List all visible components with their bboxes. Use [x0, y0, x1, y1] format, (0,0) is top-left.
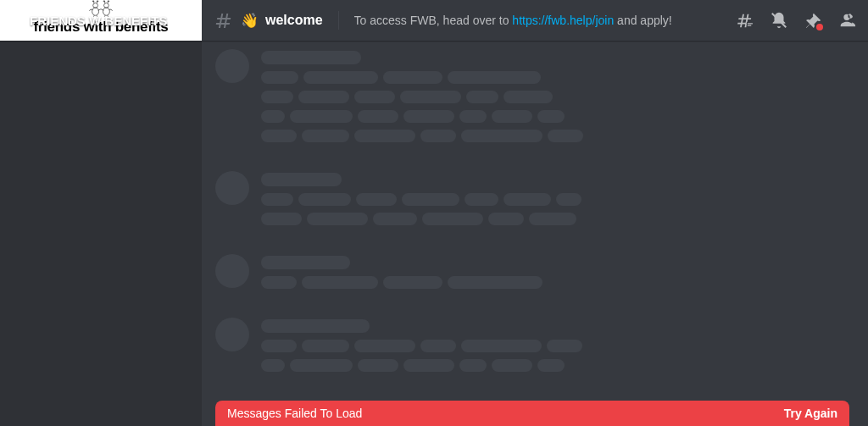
threads-icon[interactable]: [736, 11, 754, 30]
svg-rect-19: [748, 25, 752, 26]
notification-muted-icon[interactable]: [770, 11, 788, 30]
server-boost-icon: [12, 14, 25, 27]
svg-rect-18: [748, 23, 753, 24]
chevron-down-icon[interactable]: [176, 14, 190, 27]
svg-rect-17: [747, 22, 754, 27]
chat-header: 👋 welcome To access FWB, head over to ht…: [202, 0, 868, 41]
channel-topic[interactable]: To access FWB, head over to https://fwb.…: [354, 14, 721, 27]
channel-name: welcome: [265, 13, 323, 28]
chat-main: 👋 welcome To access FWB, head over to ht…: [202, 0, 868, 426]
message-list-loading: [202, 41, 868, 426]
error-bar: Messages Failed To Load Try Again: [215, 401, 849, 426]
channel-sidebar: friends with benefits FRIENDS W BENEFITS: [0, 0, 202, 426]
topic-prefix: To access FWB, head over to: [354, 14, 513, 27]
server-name: FRIENDS W BENEFITS: [30, 14, 168, 28]
pinned-messages-icon[interactable]: [804, 11, 822, 30]
topic-link[interactable]: https://fwb.help/join: [512, 14, 614, 27]
skeleton-message: [215, 318, 854, 379]
wave-emoji: 👋: [241, 12, 259, 30]
hash-icon: [214, 10, 234, 30]
error-message: Messages Failed To Load: [227, 407, 362, 420]
notification-dot: [816, 24, 823, 30]
topic-suffix: and apply!: [614, 14, 672, 27]
header-divider: [338, 11, 339, 30]
skeleton-message: [215, 171, 854, 232]
member-list-icon[interactable]: [837, 11, 856, 30]
try-again-button[interactable]: Try Again: [784, 407, 837, 420]
skeleton-message: [215, 254, 854, 296]
skeleton-message: [215, 49, 854, 149]
server-header[interactable]: FRIENDS W BENEFITS: [0, 0, 202, 41]
